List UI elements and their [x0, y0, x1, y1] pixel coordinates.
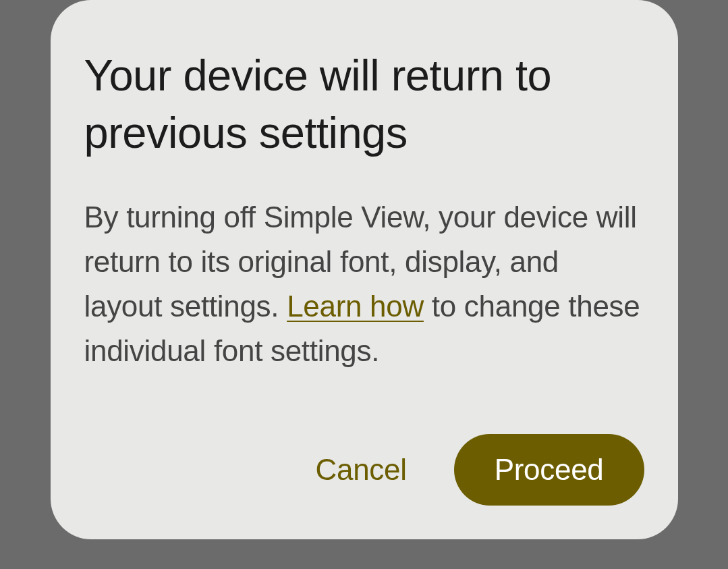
dialog-title: Your device will return to previous sett…: [84, 47, 644, 161]
confirmation-dialog: Your device will return to previous sett…: [51, 0, 678, 539]
proceed-button[interactable]: Proceed: [454, 434, 644, 506]
dialog-actions: Cancel Proceed: [84, 434, 644, 506]
dialog-body: By turning off Simple View, your device …: [84, 195, 644, 373]
learn-how-link[interactable]: Learn how: [287, 290, 424, 323]
cancel-button[interactable]: Cancel: [296, 439, 427, 500]
